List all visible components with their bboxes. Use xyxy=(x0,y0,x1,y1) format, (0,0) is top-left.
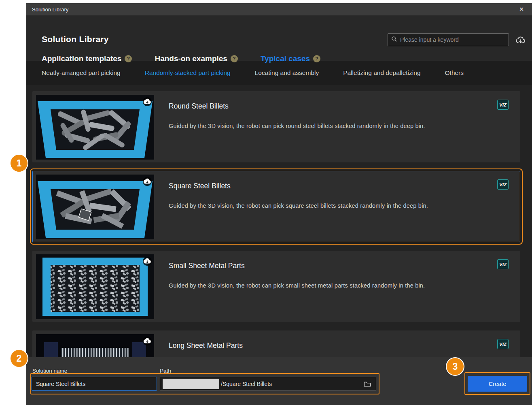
viz-badge: VIZ xyxy=(497,259,509,269)
viz-badge: VIZ xyxy=(497,100,509,110)
download-icon[interactable] xyxy=(143,337,152,345)
path-field[interactable]: /Square Steel Billets xyxy=(160,377,376,391)
subtab-palletizing[interactable]: Palletizing and depalletizing xyxy=(343,69,420,77)
cloud-download-icon[interactable] xyxy=(515,35,526,47)
subtab-others[interactable]: Others xyxy=(445,69,464,77)
search-input[interactable] xyxy=(400,36,505,43)
solution-library-dialog: Solution Library ✕ Solution Library Appl… xyxy=(26,3,532,405)
tab-typical-cases[interactable]: Typical cases ? xyxy=(261,54,320,63)
solution-card-square-steel-billets[interactable]: Square Steel Billets Guided by the 3D vi… xyxy=(32,171,520,242)
download-icon[interactable] xyxy=(143,257,152,266)
subtab-neatly-arranged[interactable]: Neatly-arranged part picking xyxy=(42,69,121,77)
annotation-circle-3: 3 xyxy=(447,358,464,375)
close-icon[interactable]: ✕ xyxy=(517,6,526,13)
viz-badge: VIZ xyxy=(497,179,509,190)
download-icon[interactable] xyxy=(143,177,152,186)
solution-thumbnail xyxy=(36,95,154,160)
category-tabs: Neatly-arranged part picking Randomly-st… xyxy=(26,61,532,85)
solution-description: Guided by the 3D vision, the robot can p… xyxy=(169,202,517,209)
solution-title: Small Sheet Metal Parts xyxy=(169,262,517,270)
solution-card-round-steel-billets[interactable]: Round Steel Billets Guided by the 3D vis… xyxy=(32,91,520,162)
tab-hands-on-examples[interactable]: Hands-on examples ? xyxy=(155,54,238,63)
solution-description: Guided by the 3D vision, the robot can p… xyxy=(169,123,517,129)
search-box[interactable] xyxy=(388,33,509,46)
solution-description: Guided by the 3D vision, the robot can p… xyxy=(169,282,517,289)
solution-card-small-sheet-metal-parts[interactable]: Small Sheet Metal Parts Guided by the 3D… xyxy=(32,251,520,322)
viz-badge: VIZ xyxy=(497,339,509,349)
solution-thumbnail xyxy=(36,254,154,319)
tab-application-templates[interactable]: Application templates ? xyxy=(42,54,132,63)
solution-title: Round Steel Billets xyxy=(169,102,517,111)
page-title: Solution Library xyxy=(42,34,109,44)
download-icon[interactable] xyxy=(143,97,152,106)
annotation-circle-1: 1 xyxy=(11,155,28,172)
solution-thumbnail xyxy=(36,175,154,239)
window-title: Solution Library xyxy=(32,6,68,13)
solution-name-input[interactable] xyxy=(32,377,157,391)
search-icon xyxy=(391,36,397,44)
header: Solution Library Application templates ?… xyxy=(26,15,532,61)
annotation-circle-2: 2 xyxy=(11,350,28,367)
solution-thumbnail xyxy=(36,334,154,357)
solution-card-long-sheet-metal-parts[interactable]: Long Sheet Metal Parts VIZ xyxy=(32,330,520,357)
subtab-locating-assembly[interactable]: Locating and assembly xyxy=(255,69,319,77)
path-redacted xyxy=(163,379,219,389)
solution-title: Square Steel Billets xyxy=(169,182,517,190)
help-icon[interactable]: ? xyxy=(313,55,320,62)
titlebar: Solution Library ✕ xyxy=(26,3,532,15)
solution-title: Long Sheet Metal Parts xyxy=(169,341,517,350)
help-icon[interactable]: ? xyxy=(125,55,132,62)
folder-browse-icon[interactable] xyxy=(361,378,373,390)
help-icon[interactable]: ? xyxy=(231,55,238,62)
solution-list: Round Steel Billets Guided by the 3D vis… xyxy=(26,85,532,357)
main-tabs: Application templates ? Hands-on example… xyxy=(42,54,320,63)
subtab-randomly-stacked[interactable]: Randomly-stacked part picking xyxy=(145,69,231,77)
path-value: /Square Steel Billets xyxy=(221,381,360,387)
create-button[interactable]: Create xyxy=(468,376,527,392)
